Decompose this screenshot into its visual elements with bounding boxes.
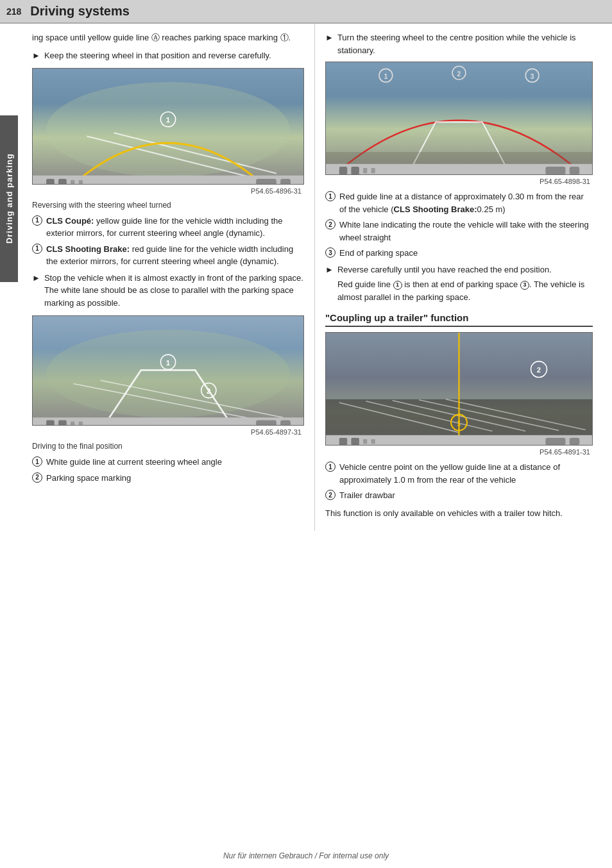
camera-image-r1: 1 2 3: [325, 62, 593, 175]
svg-rect-11: [280, 179, 291, 185]
page-title: Driving systems: [30, 4, 130, 19]
bullet-turn-steering: ► Turn the steering wheel to the centre …: [325, 31, 593, 56]
right-column: ► Turn the steering wheel to the centre …: [314, 24, 603, 531]
trailer-legend-2: 2 Trailer drawbar: [325, 489, 593, 502]
camera-image-2: 1 2: [32, 315, 304, 426]
svg-rect-10: [256, 179, 276, 185]
intro-text: ing space until yellow guide line Ⓐ reac…: [32, 31, 304, 44]
bullet-keep-steering: ► Keep the steering wheel in that positi…: [32, 49, 304, 62]
svg-rect-58: [570, 438, 580, 445]
svg-rect-37: [371, 168, 375, 173]
svg-rect-57: [545, 438, 565, 445]
svg-text:2: 2: [457, 71, 461, 78]
camera-view-2: 1 2: [33, 316, 303, 425]
num-circle-t1: 1: [325, 462, 336, 472]
sidebar-label: Driving and parking: [0, 115, 18, 282]
page-number: 218: [6, 6, 21, 17]
svg-rect-20: [46, 421, 55, 426]
item-cls-coupe: 1 CLS Coupé: yellow guide line for the v…: [32, 215, 304, 240]
trailer-cam-view: 1 2: [326, 333, 592, 445]
legend-item-2: 2 White lane indicating the route the ve…: [325, 219, 593, 244]
bullet-stop-vehicle: ► Stop the vehicle when it is almost exa…: [32, 272, 304, 310]
svg-rect-36: [363, 168, 367, 173]
svg-rect-34: [339, 167, 347, 174]
camera-view-1: 1: [33, 69, 303, 184]
trailer-note: This function is only available on vehic…: [325, 507, 593, 520]
svg-text:3: 3: [531, 73, 534, 80]
camera-image-trailer: 1 2: [325, 332, 593, 446]
left-column: ing space until yellow guide line Ⓐ reac…: [19, 24, 314, 531]
svg-rect-39: [570, 167, 580, 174]
num-circle-f1: 1: [32, 456, 42, 467]
svg-point-0: [46, 82, 290, 177]
svg-rect-24: [256, 421, 276, 426]
trailer-img-caption: P54.65-4891-31: [325, 448, 593, 456]
svg-rect-8: [71, 180, 74, 185]
final-item-1: 1 White guide line at current steering w…: [32, 456, 304, 469]
svg-rect-22: [71, 422, 74, 426]
num-circle-l2: 2: [325, 219, 336, 230]
camera-view-r1: 1 2 3: [326, 62, 592, 174]
footer: Nur für internen Gebrauch / For internal…: [0, 851, 612, 860]
img1-caption: P54.65-4896-31: [32, 187, 304, 195]
svg-rect-55: [363, 439, 367, 444]
svg-rect-56: [371, 439, 375, 444]
img2-label: Driving to the final position: [32, 441, 304, 452]
arrow-icon-r2: ►: [325, 263, 334, 276]
svg-rect-21: [58, 421, 67, 426]
svg-rect-25: [280, 421, 291, 426]
img2-caption: P54.65-4897-31: [32, 428, 304, 436]
legend-item-3: 3 End of parking space: [325, 247, 593, 260]
num-circle-inline-3: 3: [520, 281, 529, 290]
legend-item-1: 1 Red guide line at a distance of approx…: [325, 190, 593, 215]
arrow-icon: ►: [32, 49, 40, 62]
item-cls-shooting: 1 CLS Shooting Brake: red guide line for…: [32, 243, 304, 268]
num-circle-inline-1: 1: [393, 281, 402, 290]
num-circle-l1: 1: [325, 191, 336, 201]
main-content: ing space until yellow guide line Ⓐ reac…: [0, 24, 612, 531]
svg-text:2: 2: [537, 366, 541, 374]
num-circle-l3: 3: [325, 247, 336, 258]
header-bar: 218 Driving systems: [0, 0, 612, 24]
final-item-2: 2 Parking space marking: [32, 472, 304, 485]
svg-text:2: 2: [207, 387, 210, 396]
svg-rect-38: [545, 167, 565, 174]
svg-rect-35: [351, 167, 359, 174]
trailer-legend-1: 1 Vehicle centre point on the yellow gui…: [325, 461, 593, 486]
arrow-icon-r1: ►: [325, 31, 334, 44]
section-heading-trailer: "Coupling up a trailer" function: [325, 312, 593, 327]
camera-image-1: 1: [32, 68, 304, 185]
svg-text:1: 1: [457, 419, 461, 427]
num-circle-f2: 2: [32, 472, 42, 483]
svg-rect-23: [79, 422, 83, 426]
svg-point-12: [46, 330, 290, 417]
svg-rect-7: [58, 179, 67, 185]
svg-rect-54: [351, 438, 359, 445]
num-circle-2: 1: [32, 244, 42, 254]
num-circle-1: 1: [32, 215, 42, 226]
arrow-icon-2: ►: [32, 272, 40, 285]
img1-label: Reversing with the steering wheel turned: [32, 200, 304, 211]
svg-rect-9: [79, 180, 83, 185]
svg-text:1: 1: [384, 73, 387, 80]
svg-text:1: 1: [166, 115, 171, 124]
num-circle-t2: 2: [325, 490, 336, 500]
svg-rect-6: [46, 179, 55, 185]
bullet-reverse: ► Reverse carefully until you have reach…: [325, 263, 593, 304]
svg-rect-53: [339, 438, 347, 445]
svg-text:1: 1: [166, 358, 171, 367]
img-r1-caption: P54.65-4898-31: [325, 178, 593, 185]
